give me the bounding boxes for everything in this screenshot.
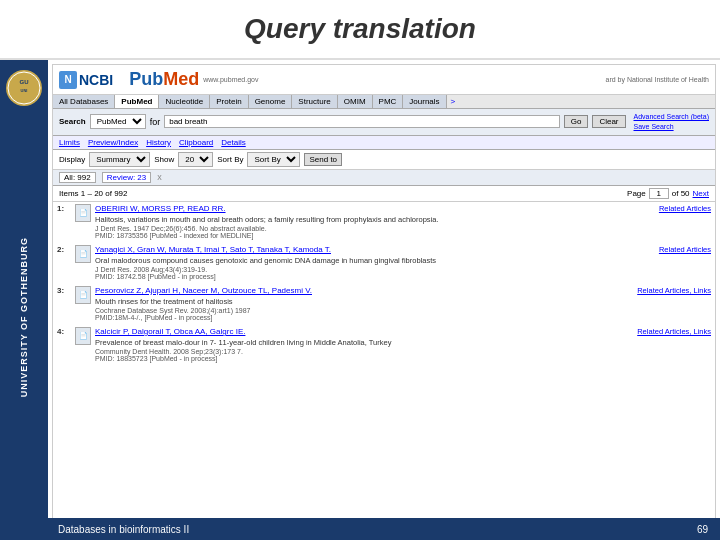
tab-pubmed[interactable]: PubMed [115,95,159,108]
result-meta1-1: J Dent Res. 1947 Dec;26(6):456. No abstr… [95,225,627,232]
med-text: Med [163,69,199,90]
result-icon-2: 📄 [75,245,91,263]
pubmed-interface: N NCBI PubMed www.pubmed.gov ard by Nati… [52,64,716,536]
pub-text: Pub [129,69,163,90]
page-number: 69 [697,524,708,535]
tab-nucleotide[interactable]: Nucleotide [159,95,210,108]
advanced-search-link[interactable]: Advanced Search (beta) [634,112,710,122]
page-input[interactable] [649,188,669,199]
result-content-4: Kalcicir P, Dalgorail T, Obca AA, Galgrc… [95,327,627,362]
pubmed-logo: PubMed www.pubmed.gov [129,69,258,90]
svg-text:GU: GU [20,79,29,85]
show-label: Show [154,155,174,164]
result-title-1[interactable]: OBERIRI W, MORSS PP, READ RR. [95,204,627,214]
svg-text:UNI: UNI [21,88,28,93]
result-meta1-3: Cochrane Database Syst Rev. 2008;(4):art… [95,307,627,314]
result-related-2: Related Articles [631,245,711,280]
go-button[interactable]: Go [564,115,589,128]
result-body-2: Oral malodorous compound causes genotoxi… [95,256,627,266]
tab-genome[interactable]: Genome [249,95,293,108]
tab-all-databases[interactable]: All Databases [53,95,115,108]
result-meta1-2: J Dent Res. 2008 Aug;43(4):319-19. [95,266,627,273]
university-name: UNIVERSITY OF GOTHENBURG [19,237,29,397]
bottom-text: Databases in bioinformatics II [58,524,189,535]
page-navigation: Page of 50 Next [627,188,709,199]
ncbi-logo: N NCBI [59,71,113,89]
next-link[interactable]: Next [693,189,709,198]
result-icon-4: 📄 [75,327,91,345]
tab-more[interactable]: > [447,95,460,108]
ncbi-text: NCBI [79,72,113,88]
page-title: Query translation [244,13,476,45]
display-bar: Display Summary Show 20 Sort By Sort By … [53,150,715,170]
result-content-1: OBERIRI W, MORSS PP, READ RR. Halitosis,… [95,204,627,239]
for-label: for [150,117,161,127]
tab-structure[interactable]: Structure [292,95,337,108]
pubmed-url: www.pubmed.gov [203,76,258,83]
show-select[interactable]: 20 [178,152,213,167]
sort-select[interactable]: Sort By [247,152,300,167]
nih-attribution: ard by National Institute of Health [605,76,709,83]
tab-protein[interactable]: Protein [210,95,248,108]
page-header: Query translation [0,0,720,60]
items-count: Items 1 – 20 of 992 [59,189,128,198]
search-database-select[interactable]: PubMed [90,114,146,129]
result-icon-3: 📄 [75,286,91,304]
search-input[interactable] [164,115,560,128]
search-bar: Search PubMed for Go Clear Advanced Sear… [53,109,715,136]
limits-bar: Limits Preview/Index History Clipboard D… [53,136,715,150]
result-body-4: Prevalence of breast malo-dour in 7- 11-… [95,338,627,348]
tab-journals[interactable]: Journals [403,95,446,108]
details-link[interactable]: Details [221,138,245,147]
result-item-1: 1: 📄 OBERIRI W, MORSS PP, READ RR. Halit… [57,204,711,239]
ncbi-header: N NCBI PubMed www.pubmed.gov ard by Nati… [53,65,715,95]
remove-filter-button[interactable]: x [157,172,162,182]
search-label: Search [59,117,86,126]
result-title-3[interactable]: Pesorovicz Z, Ajupari H, Naceer M, Outzo… [95,286,627,296]
review-badge[interactable]: Review: 23 [102,172,152,183]
result-item-4: 4: 📄 Kalcicir P, Dalgorail T, Obca AA, G… [57,327,711,362]
send-to-button[interactable]: Send to [304,153,342,166]
preview-index-link[interactable]: Preview/Index [88,138,138,147]
result-meta2-2: PMID: 18742.58 [PubMed - in process] [95,273,627,280]
history-link[interactable]: History [146,138,171,147]
result-meta1-4: Community Dent Health. 2008 Sep;23(3):17… [95,348,627,355]
result-meta2-1: PMID: 18735356 [PubMed - indexed for MED… [95,232,627,239]
tab-omim[interactable]: OMIM [338,95,373,108]
clear-button[interactable]: Clear [592,115,625,128]
display-select[interactable]: Summary [89,152,150,167]
of-label: of 50 [672,189,690,198]
related-articles-link-3[interactable]: Related Articles, Links [637,286,711,295]
result-icon-1: 📄 [75,204,91,222]
related-articles-link-1[interactable]: Related Articles [659,204,711,213]
result-related-3: Related Articles, Links [631,286,711,321]
result-body-1: Halitosis, variations in mouth and oral … [95,215,627,225]
result-content-2: Yanagici X, Gran W, Murata T, Imai T, Sa… [95,245,627,280]
result-number-1: 1: [57,204,71,239]
clipboard-link[interactable]: Clipboard [179,138,213,147]
ncbi-icon: N [59,71,77,89]
result-title-2[interactable]: Yanagici X, Gran W, Murata T, Imai T, Sa… [95,245,627,255]
main-content: N NCBI PubMed www.pubmed.gov ard by Nati… [48,60,720,540]
result-item-3: 3: 📄 Pesorovicz Z, Ajupari H, Naceer M, … [57,286,711,321]
result-related-4: Related Articles, Links [631,327,711,362]
pagination-bar: Items 1 – 20 of 992 Page of 50 Next [53,186,715,202]
tab-pmc[interactable]: PMC [373,95,404,108]
result-item-2: 2: 📄 Yanagici X, Gran W, Murata T, Imai … [57,245,711,280]
save-search-link[interactable]: Save Search [634,122,710,132]
related-articles-link-2[interactable]: Related Articles [659,245,711,254]
nav-tabs: All Databases PubMed Nucleotide Protein … [53,95,715,109]
all-results-badge[interactable]: All: 992 [59,172,96,183]
university-logo: GU UNI [6,70,42,106]
result-title-4[interactable]: Kalcicir P, Dalgorail T, Obca AA, Galgrc… [95,327,627,337]
result-meta2-4: PMID: 18835723 [PubMed - in process] [95,355,627,362]
limits-link[interactable]: Limits [59,138,80,147]
sort-label: Sort By [217,155,243,164]
result-body-3: Mouth rinses for the treatment of halito… [95,297,627,307]
page-label: Page [627,189,646,198]
result-number-2: 2: [57,245,71,280]
related-articles-link-4[interactable]: Related Articles, Links [637,327,711,336]
advanced-search-links: Advanced Search (beta) Save Search [634,112,710,132]
result-meta2-3: PMID:18M-4-/., [PubMed - in process] [95,314,627,321]
result-content-3: Pesorovicz Z, Ajupari H, Naceer M, Outzo… [95,286,627,321]
